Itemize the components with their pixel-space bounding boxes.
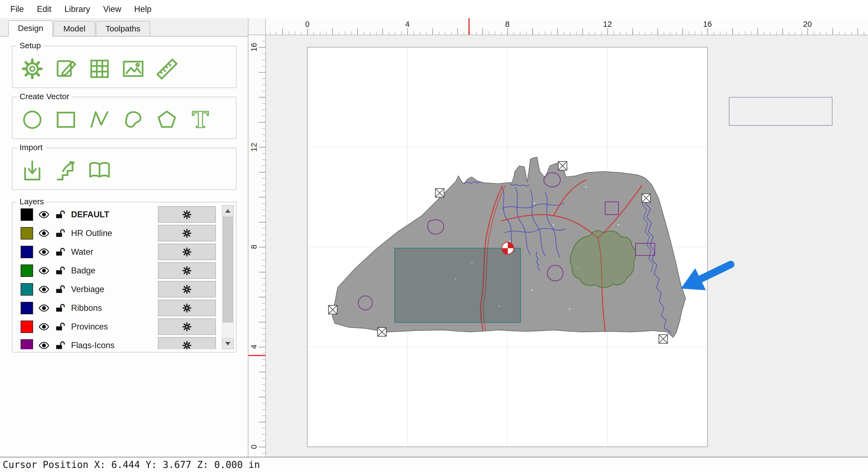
rectangle-icon[interactable] [53, 106, 79, 133]
layer-row[interactable]: Provinces [13, 317, 219, 336]
ruler-label: 0 [305, 20, 310, 29]
layer-options-button[interactable] [158, 337, 216, 349]
panel-tab[interactable]: Model [54, 21, 95, 36]
layer-visibility-eye-icon[interactable] [38, 340, 50, 349]
scroll-up-button[interactable] [222, 205, 234, 216]
layer-options-button[interactable] [158, 300, 216, 316]
layer-name[interactable]: Verbiage [71, 284, 152, 294]
cursor-y-marker [248, 355, 265, 356]
import-image-icon[interactable] [120, 56, 147, 82]
layer-options-button[interactable] [158, 281, 216, 298]
layer-visibility-eye-icon[interactable] [38, 228, 50, 239]
layers-scrollbar[interactable] [222, 205, 234, 349]
layer-options-button[interactable] [158, 206, 216, 223]
edit-job-icon[interactable] [53, 56, 79, 82]
scrollbar-thumb[interactable] [223, 217, 233, 323]
create-vector-group: Create Vector [12, 97, 237, 139]
freehand-curve-icon[interactable] [120, 106, 147, 133]
import-vectors-icon[interactable] [19, 158, 45, 184]
layer-color-swatch[interactable] [21, 321, 33, 333]
import-component-icon[interactable] [53, 158, 79, 184]
menu-item[interactable]: View [97, 0, 128, 18]
menu-bar: FileEditLibraryViewHelp [0, 0, 868, 18]
menu-item[interactable]: Library [58, 0, 97, 18]
ruler-label: 0 [250, 445, 258, 449]
layer-unlocked-icon[interactable] [55, 322, 66, 332]
drawing-viewport[interactable] [266, 35, 868, 457]
layer-row[interactable]: Ribbons [13, 299, 219, 317]
layer-color-swatch[interactable] [21, 208, 33, 221]
clipart-library-icon[interactable] [86, 158, 113, 184]
text-icon[interactable]: T [187, 106, 214, 133]
gear-icon [182, 266, 192, 276]
create-vector-group-title: Create Vector [17, 92, 72, 101]
layer-name[interactable]: Flags-Icons [71, 341, 152, 349]
panel-tab[interactable]: Design [8, 20, 53, 37]
layer-options-button[interactable] [158, 318, 216, 335]
scroll-down-button[interactable] [222, 338, 234, 349]
layer-row[interactable]: DEFAULT [13, 205, 219, 224]
gear-icon [182, 303, 192, 313]
layer-row[interactable]: Badge [13, 261, 219, 280]
application-window: FileEditLibraryViewHelp DesignModelToolp… [0, 0, 868, 472]
scroll-down-arrow-icon [225, 342, 230, 345]
layer-color-swatch[interactable] [21, 227, 33, 239]
ruler-label: 8 [505, 20, 510, 29]
import-group-title: Import [17, 143, 45, 152]
layer-unlocked-icon[interactable] [55, 284, 66, 295]
layer-visibility-eye-icon[interactable] [38, 284, 50, 295]
layer-color-swatch[interactable] [21, 283, 33, 296]
gear-icon [182, 284, 192, 294]
layer-row[interactable]: Verbiage [13, 280, 219, 299]
layer-row[interactable]: Flags-Icons [13, 336, 219, 349]
layer-visibility-eye-icon[interactable] [38, 303, 50, 313]
layer-name[interactable]: Badge [71, 266, 152, 276]
layer-options-button[interactable] [158, 244, 216, 260]
layer-row[interactable]: HR Outline [13, 224, 219, 242]
vertical-ruler[interactable]: 1612840 [248, 35, 266, 457]
layer-name[interactable]: Water [71, 247, 152, 257]
menu-item[interactable]: File [4, 0, 30, 18]
polygon-icon[interactable] [154, 106, 180, 133]
gear-icon [182, 228, 192, 238]
ruler-label: 12 [603, 20, 612, 29]
circle-icon[interactable] [19, 106, 45, 133]
layer-unlocked-icon[interactable] [55, 265, 66, 276]
layer-list: DEFAULT [13, 205, 219, 349]
layer-unlocked-icon[interactable] [55, 209, 66, 220]
layer-unlocked-icon[interactable] [55, 228, 66, 239]
datum-marker[interactable] [502, 242, 514, 254]
layer-options-button[interactable] [158, 262, 216, 279]
drawing-canvas-svg [266, 35, 868, 457]
panel-tab[interactable]: Toolpaths [96, 21, 150, 36]
layer-visibility-eye-icon[interactable] [38, 209, 50, 220]
layer-visibility-eye-icon[interactable] [38, 246, 50, 258]
selection-rectangle[interactable] [395, 248, 521, 323]
layer-name[interactable]: DEFAULT [71, 210, 152, 220]
menu-item[interactable]: Edit [30, 0, 58, 18]
layer-color-swatch[interactable] [21, 339, 33, 349]
layer-name[interactable]: Ribbons [71, 303, 152, 313]
menu-item[interactable]: Help [128, 0, 158, 18]
empty-selection-box[interactable] [729, 97, 832, 126]
layer-name[interactable]: HR Outline [71, 228, 152, 238]
layer-visibility-eye-icon[interactable] [38, 265, 50, 276]
layer-unlocked-icon[interactable] [55, 340, 66, 349]
job-setup-gear-icon[interactable] [19, 56, 45, 82]
layer-options-button[interactable] [158, 225, 216, 241]
horizontal-ruler[interactable]: 048121620 [266, 18, 868, 35]
layer-unlocked-icon[interactable] [55, 303, 66, 313]
layer-unlocked-icon[interactable] [55, 246, 66, 258]
layer-color-swatch[interactable] [21, 265, 33, 277]
layer-visibility-eye-icon[interactable] [38, 322, 50, 332]
layer-color-swatch[interactable] [21, 302, 33, 314]
setup-group: Setup [12, 46, 237, 88]
layer-name[interactable]: Provinces [71, 322, 152, 332]
import-icon-row [18, 158, 231, 184]
measure-ruler-icon[interactable] [154, 56, 180, 82]
polyline-icon[interactable] [86, 106, 113, 133]
layer-color-swatch[interactable] [21, 246, 33, 258]
ruler-label: 4 [250, 345, 258, 349]
grid-snap-icon[interactable] [86, 56, 113, 82]
layer-row[interactable]: Water [13, 242, 219, 261]
